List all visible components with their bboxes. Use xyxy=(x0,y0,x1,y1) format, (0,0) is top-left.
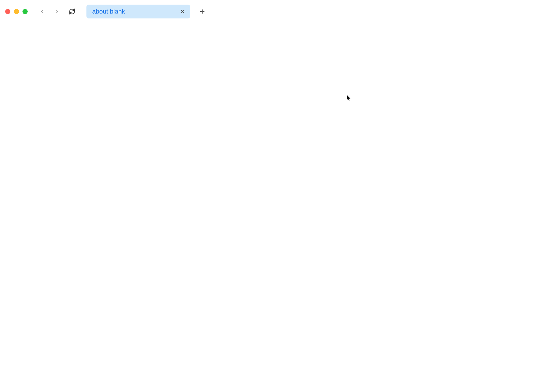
page-content xyxy=(0,23,559,392)
navigation-controls xyxy=(38,7,76,16)
reload-button[interactable] xyxy=(68,7,76,16)
close-icon xyxy=(180,9,185,14)
chevron-left-icon xyxy=(39,9,45,14)
plus-icon xyxy=(199,8,205,15)
chevron-right-icon xyxy=(54,9,60,14)
browser-tab[interactable]: about:blank xyxy=(86,5,190,18)
close-window-button[interactable] xyxy=(5,9,10,14)
window-controls xyxy=(5,9,28,14)
new-tab-button[interactable] xyxy=(197,6,207,17)
forward-button[interactable] xyxy=(53,7,61,16)
back-button[interactable] xyxy=(38,7,46,16)
maximize-window-button[interactable] xyxy=(22,9,28,14)
mouse-cursor-icon xyxy=(346,95,352,101)
tab-title: about:blank xyxy=(92,8,177,15)
minimize-window-button[interactable] xyxy=(14,9,19,14)
reload-icon xyxy=(69,8,75,15)
tab-close-button[interactable] xyxy=(179,8,186,15)
browser-toolbar: about:blank xyxy=(0,0,559,23)
